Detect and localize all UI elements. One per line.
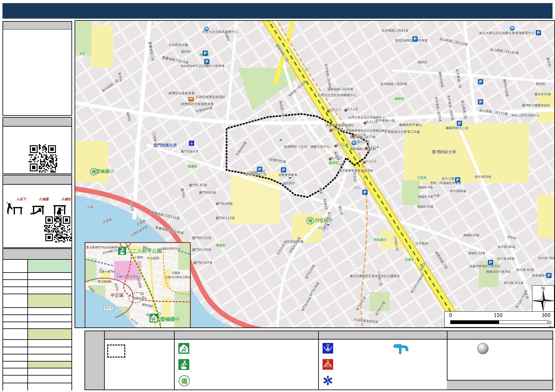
route-boundary-icon <box>107 345 125 358</box>
inset-label: 杭州南路 <box>136 277 143 289</box>
sidebar-table-row <box>3 376 71 383</box>
sidebar-row-label-cell <box>3 368 28 375</box>
scale-tick-150: 150 <box>494 313 503 318</box>
sidebar-row-value-cell <box>28 260 71 272</box>
sidebar-table-header <box>3 249 71 260</box>
sidebar-row-value-cell <box>28 347 71 354</box>
sidebar-section3-header <box>2 175 72 185</box>
sidebar-row-label-cell <box>3 260 28 272</box>
sidebar-row-label-cell <box>3 273 28 279</box>
scale-tick-0: 0 <box>449 313 452 318</box>
inset-label: 中正區 <box>111 293 124 298</box>
parking-icon: P <box>488 260 493 265</box>
sidebar-row-value-cell <box>28 329 71 339</box>
sidebar-table-row <box>3 383 71 390</box>
qr-code-1 <box>29 144 57 173</box>
safety-step-1: 1.趴下 <box>6 197 25 216</box>
exit-entrance-dot <box>352 135 355 137</box>
parking-icon: P <box>455 177 460 182</box>
inset-label: 北捷忠孝新生站 <box>161 247 181 251</box>
sidebar-row-value-cell <box>28 287 71 294</box>
ems-station-icon <box>323 375 333 386</box>
legend-header-row <box>105 331 553 340</box>
sidebar-table <box>2 248 72 390</box>
inset-label: 北捷小南門站 <box>99 270 116 274</box>
sidebar-table-row <box>3 347 71 354</box>
sidebar-row-label-cell <box>3 329 28 339</box>
sidebar-earthquake-panel: 1.趴下2.掩護3.穩住 <box>2 185 72 248</box>
parking-icon: P <box>257 167 262 172</box>
sidebar-row-label-cell <box>3 347 28 354</box>
sidebar-table-row <box>3 315 71 322</box>
parking-icon: P <box>536 30 541 35</box>
inset-labels: 臺北捷運西門站旅遊服務中心中山南路濟南路北捷忠孝新生站凱達格蘭大道二二八和平公園… <box>85 243 190 328</box>
metro-station-icon: M <box>351 140 356 146</box>
inset-label: 市111 <box>103 306 113 311</box>
exit-entrance-dot <box>363 161 366 164</box>
inset-label: 臺北植物園 <box>98 280 112 284</box>
parking-icon: P <box>478 79 483 84</box>
sidebar-row-label-cell <box>3 340 28 347</box>
sidebar-table-row <box>3 260 71 273</box>
inset-label: 新店溪 <box>130 318 139 326</box>
sidebar-row-value-cell <box>28 383 71 390</box>
safety-step-3: 3.穩住 <box>50 197 70 216</box>
evacuation-shelter-icon <box>178 343 189 354</box>
sidebar-row-label-cell <box>3 287 28 294</box>
metro-station-icon: M <box>204 26 209 32</box>
police-station-icon <box>189 141 196 148</box>
exit-entrance-dot <box>364 122 366 124</box>
compass-rose: N <box>532 285 554 312</box>
sidebar-title-panel <box>2 21 72 30</box>
sidebar-table-row <box>3 308 71 315</box>
sidebar-row-label-cell <box>3 294 28 307</box>
inset-label: 北捷古亭站 <box>133 296 147 300</box>
sidebar-row-value-cell <box>28 315 71 322</box>
sidebar-section2-header <box>2 117 72 127</box>
prepared-school-icon: 備 <box>179 375 190 386</box>
inset-label: 信義路 <box>172 271 180 275</box>
inset-label: 仁愛路 <box>135 255 143 259</box>
prepared-school-badge: 備 <box>90 168 98 175</box>
sidebar-row-value-cell <box>28 280 71 286</box>
sidebar-table-row <box>3 273 71 280</box>
legend-table: 備 <box>85 331 553 390</box>
sidebar-table-row <box>3 287 71 294</box>
sidebar-table-row <box>3 294 71 308</box>
fire-station-icon <box>323 359 333 370</box>
parking-icon: P <box>362 190 368 195</box>
sidebar-table-row <box>3 368 71 376</box>
sidebar-table-row <box>3 329 71 340</box>
sidebar-row-label-cell <box>3 315 28 322</box>
sidebar-table-row <box>3 354 71 362</box>
inset-label: 螢橋國中 <box>160 316 180 323</box>
sidebar-row-label-cell <box>3 383 28 390</box>
parking-icon: P <box>478 99 483 105</box>
main-map: 光里北水西區分處台哥大台北南昌服務中心重慶南路三段重慶南路三段15巷NaviPa… <box>75 20 555 328</box>
flag-icon: ⚑ <box>279 138 283 143</box>
sidebar-row-label-cell <box>3 362 28 368</box>
sidebar-row-label-cell <box>3 308 28 314</box>
inset-overview-map: 臺北捷運西門站旅遊服務中心中山南路濟南路北捷忠孝新生站凱達格蘭大道二二八和平公園… <box>85 242 191 328</box>
sidebar-qr-panel <box>2 127 72 174</box>
legend-divider-2 <box>318 331 319 390</box>
sidebar-row-value-cell <box>28 294 71 307</box>
inset-label: 羅斯福路 <box>142 303 154 309</box>
sidebar-table-row <box>3 362 71 368</box>
sidebar-row-label-cell <box>3 376 28 383</box>
safety-step-2: 2.掩護 <box>28 197 48 216</box>
inset-label: 師大路 <box>145 313 154 321</box>
exit-entrance-dot <box>329 129 332 132</box>
inset-label: 中華路 <box>87 285 95 294</box>
exit-entrance-dot <box>327 110 330 113</box>
safety-step-label: 3.穩住 <box>61 197 71 201</box>
parking-icon: P <box>204 59 209 64</box>
sidebar-row-value-cell <box>28 354 71 361</box>
scale-tick-300: 300 <box>542 313 551 318</box>
school-icon <box>288 175 293 181</box>
prepared-school-badge: 備 <box>306 217 314 224</box>
sidebar-info-panel <box>2 29 72 116</box>
exit-entrance-dot <box>329 158 332 160</box>
header-bar <box>2 3 553 19</box>
sidebar-row-label-cell <box>3 322 28 328</box>
